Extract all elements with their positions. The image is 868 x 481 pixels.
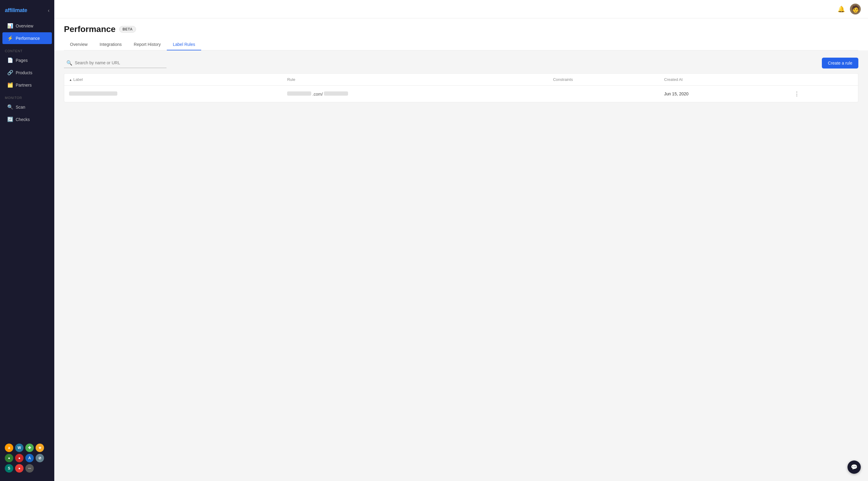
logo-text-accent: mate — [15, 7, 27, 13]
performance-icon: ⚡ — [7, 35, 13, 41]
checks-icon: 🔄 — [7, 117, 13, 122]
logo-area: affilimate ‹ — [0, 5, 54, 20]
main-content: 🔔 🧑 Performance BETA Overview Integratio… — [54, 0, 868, 481]
rule-skeleton-prefix — [287, 91, 311, 96]
col-label-text: Label — [73, 77, 83, 82]
table-row: .com/ Jun 15, 2020 ⋮ — [64, 86, 858, 102]
col-header-actions — [787, 73, 858, 86]
sidebar-item-performance[interactable]: ⚡ Performance — [2, 32, 52, 44]
sidebar-item-label-scan: Scan — [16, 105, 25, 110]
sidebar: affilimate ‹ 📊 Overview ⚡ Performance CO… — [0, 0, 54, 481]
tab-overview[interactable]: Overview — [64, 39, 93, 51]
overview-icon: 📊 — [7, 23, 13, 29]
col-header-rule: Rule — [282, 73, 548, 86]
col-header-label[interactable]: ▲Label — [64, 73, 282, 86]
avatar[interactable]: 🧑 — [850, 4, 861, 14]
sidebar-collapse-button[interactable]: ‹ — [48, 8, 50, 13]
sidebar-item-label-pages: Pages — [16, 58, 28, 63]
partner-icons-area: a W ✤ ★ ● ● A ⊘ S ● ··· — [0, 440, 54, 476]
cell-rule: .com/ — [282, 86, 548, 102]
partner-icon-slash[interactable]: ⊘ — [36, 454, 44, 462]
create-rule-button[interactable]: Create a rule — [822, 58, 858, 68]
cell-label — [64, 86, 282, 102]
search-input[interactable] — [75, 60, 164, 65]
sidebar-item-label-products: Products — [16, 70, 32, 75]
sidebar-item-label-overview: Overview — [16, 24, 33, 28]
partner-icon-teal[interactable]: S — [5, 464, 13, 473]
avatar-image: 🧑 — [851, 5, 860, 13]
table-body: .com/ Jun 15, 2020 ⋮ — [64, 86, 858, 102]
content-section-label: CONTENT — [0, 44, 54, 54]
cell-constraints — [548, 86, 659, 102]
monitor-section-label: MONITOR — [0, 91, 54, 101]
tab-integrations[interactable]: Integrations — [93, 39, 128, 51]
sidebar-item-checks[interactable]: 🔄 Checks — [2, 114, 52, 125]
partner-icon-more[interactable]: ··· — [25, 464, 34, 473]
products-icon: 🔗 — [7, 70, 13, 76]
sidebar-item-products[interactable]: 🔗 Products — [2, 67, 52, 79]
app-logo: affilimate — [5, 7, 27, 13]
rule-skeleton-suffix — [324, 91, 348, 96]
scan-icon: 🔍 — [7, 104, 13, 110]
search-wrapper: 🔍 — [64, 58, 166, 68]
beta-badge: BETA — [119, 26, 136, 33]
partner-icon-circle-green[interactable]: ● — [5, 454, 13, 462]
topbar-actions: 🔔 🧑 — [838, 4, 861, 14]
toolbar: 🔍 Create a rule — [64, 58, 858, 68]
page-title: Performance — [64, 25, 116, 34]
table-container: ▲Label Rule Constraints Created At — [64, 73, 858, 102]
notification-bell-icon[interactable]: 🔔 — [838, 5, 845, 13]
sidebar-item-scan[interactable]: 🔍 Scan — [2, 101, 52, 113]
partner-icon-wordpress[interactable]: W — [15, 444, 24, 452]
table-header-row: ▲Label Rule Constraints Created At — [64, 73, 858, 86]
col-header-constraints: Constraints — [548, 73, 659, 86]
content-area: 🔍 Create a rule ▲Label Rule Constraints … — [54, 51, 868, 481]
cell-created-at: Jun 15, 2020 — [659, 86, 788, 102]
tabs: Overview Integrations Report History Lab… — [64, 39, 858, 51]
partner-icon-clover[interactable]: ✤ — [25, 444, 34, 452]
rule-text: .com/ — [312, 92, 323, 96]
sidebar-item-overview[interactable]: 📊 Overview — [2, 20, 52, 32]
pages-icon: 📄 — [7, 57, 13, 63]
sidebar-item-label-partners: Partners — [16, 83, 32, 88]
tab-label-rules[interactable]: Label Rules — [167, 39, 201, 51]
page-title-row: Performance BETA — [64, 25, 858, 34]
partner-icon-red2[interactable]: ● — [15, 464, 24, 473]
chat-icon: 💬 — [851, 464, 858, 471]
partner-icon-star[interactable]: ★ — [36, 444, 44, 452]
row-menu-button[interactable]: ⋮ — [792, 90, 801, 98]
label-rules-table: ▲Label Rule Constraints Created At — [64, 73, 858, 102]
sidebar-item-label-performance: Performance — [16, 36, 40, 41]
label-skeleton — [69, 91, 117, 96]
partner-icon-circle-blue[interactable]: A — [25, 454, 34, 462]
tab-report-history[interactable]: Report History — [128, 39, 167, 51]
sidebar-item-label-checks: Checks — [16, 117, 30, 122]
col-header-created-at: Created At — [659, 73, 788, 86]
sidebar-item-partners[interactable]: 🗂️ Partners — [2, 79, 52, 91]
sort-arrow-icon: ▲ — [69, 78, 72, 82]
sidebar-item-pages[interactable]: 📄 Pages — [2, 54, 52, 66]
topbar: 🔔 🧑 — [54, 0, 868, 19]
logo-text-main: affili — [5, 7, 15, 13]
search-icon: 🔍 — [66, 60, 72, 66]
partner-icon-circle-red[interactable]: ● — [15, 454, 24, 462]
chat-bubble-button[interactable]: 💬 — [847, 460, 861, 474]
table-head: ▲Label Rule Constraints Created At — [64, 73, 858, 86]
partners-icon: 🗂️ — [7, 82, 13, 88]
page-header: Performance BETA Overview Integrations R… — [54, 19, 868, 51]
cell-row-actions: ⋮ — [787, 86, 858, 102]
partner-icon-amazon[interactable]: a — [5, 444, 13, 452]
